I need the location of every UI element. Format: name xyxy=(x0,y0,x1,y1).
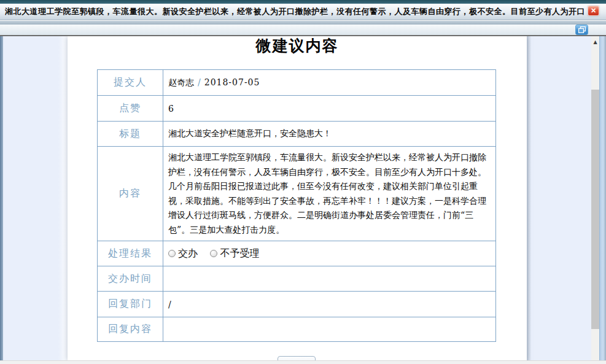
vertical-scrollbar[interactable]: ▲ xyxy=(591,36,599,361)
table-row-reply-dept: 回复部门 / xyxy=(98,292,496,317)
scroll-up-arrow-icon[interactable]: ▲ xyxy=(591,39,599,46)
content-panel: 微建议内容 提交人 赵奇志/2018-07-05 点赞 6 标题 湘北大道安全护… xyxy=(68,36,527,361)
table-row-likes: 点赞 6 xyxy=(98,96,496,122)
dialog-titlebar: 湘北大道理工学院至郭镇段，车流量很大。新设安全护栏以来，经常被人为开口撤除护栏，… xyxy=(0,4,606,20)
reply-content-value xyxy=(163,317,496,342)
submitter-value: 赵奇志/2018-07-05 xyxy=(163,70,496,96)
submit-date: 2018-07-05 xyxy=(204,77,260,87)
radio-option-assign[interactable]: 交办 xyxy=(168,247,198,260)
dialog-toolbar xyxy=(0,25,606,36)
submitter-name: 赵奇志 xyxy=(168,77,194,87)
dialog-body: 微建议内容 提交人 赵奇志/2018-07-05 点赞 6 标题 湘北大道安全护… xyxy=(0,36,606,361)
titlebar-marquee-text: 湘北大道理工学院至郭镇段，车流量很大。新设安全护栏以来，经常被人为开口撤除护栏，… xyxy=(5,6,584,17)
suggestion-detail-table: 提交人 赵奇志/2018-07-05 点赞 6 标题 湘北大道安全护栏随意开口，… xyxy=(97,69,496,342)
table-row-content: 内容 湘北大道理工学院至郭镇段，车流量很大。新设安全护栏以来，经常被人为开口撤除… xyxy=(98,147,496,241)
assign-time-label: 交办时间 xyxy=(98,266,163,292)
likes-label: 点赞 xyxy=(98,96,163,122)
title-value: 湘北大道安全护栏随意开口，安全隐患大！ xyxy=(163,122,496,147)
reply-content-label: 回复内容 xyxy=(98,317,163,342)
table-row-reply-content: 回复内容 xyxy=(98,317,496,342)
table-row-result: 处理结果 交办 不予受理 xyxy=(98,241,496,266)
result-label: 处理结果 xyxy=(98,241,163,266)
radio-option-assign-label: 交办 xyxy=(178,247,198,260)
background-panel-right xyxy=(527,36,591,361)
table-row-title: 标题 湘北大道安全护栏随意开口，安全隐患大！ xyxy=(98,122,496,147)
content-value: 湘北大道理工学院至郭镇段，车流量很大。新设安全护栏以来，经常被人为开口撤除护栏，… xyxy=(163,147,496,241)
likes-value: 6 xyxy=(163,96,496,122)
title-label: 标题 xyxy=(98,122,163,147)
close-button[interactable]: ✕ xyxy=(588,6,599,16)
restore-window-icon xyxy=(578,26,586,33)
result-value: 交办 不予受理 xyxy=(163,241,496,266)
table-row-submitter: 提交人 赵奇志/2018-07-05 xyxy=(98,70,496,96)
window-right-edge xyxy=(599,36,606,361)
submitter-label: 提交人 xyxy=(98,70,163,96)
restore-window-button[interactable] xyxy=(575,25,588,35)
table-row-assign-time: 交办时间 xyxy=(98,266,496,292)
dialog-window: 湘北大道理工学院至郭镇段，车流量很大。新设安全护栏以来，经常被人为开口撤除护栏，… xyxy=(0,0,606,364)
radio-option-reject[interactable]: 不予受理 xyxy=(210,247,259,260)
scrollbar-thumb[interactable] xyxy=(591,90,599,329)
reply-dept-label: 回复部门 xyxy=(98,292,163,317)
close-icon: ✕ xyxy=(588,6,599,15)
assign-time-value xyxy=(163,266,496,292)
page-title: 微建议内容 xyxy=(68,36,527,56)
background-panel-left xyxy=(3,36,68,361)
reply-dept-value: / xyxy=(163,292,496,317)
submitter-separator: / xyxy=(194,77,204,87)
radio-option-reject-label: 不予受理 xyxy=(220,247,259,260)
radio-icon[interactable] xyxy=(210,250,217,257)
content-label: 内容 xyxy=(98,147,163,241)
horizontal-scrollbar-track xyxy=(0,360,606,364)
radio-icon[interactable] xyxy=(168,250,176,257)
